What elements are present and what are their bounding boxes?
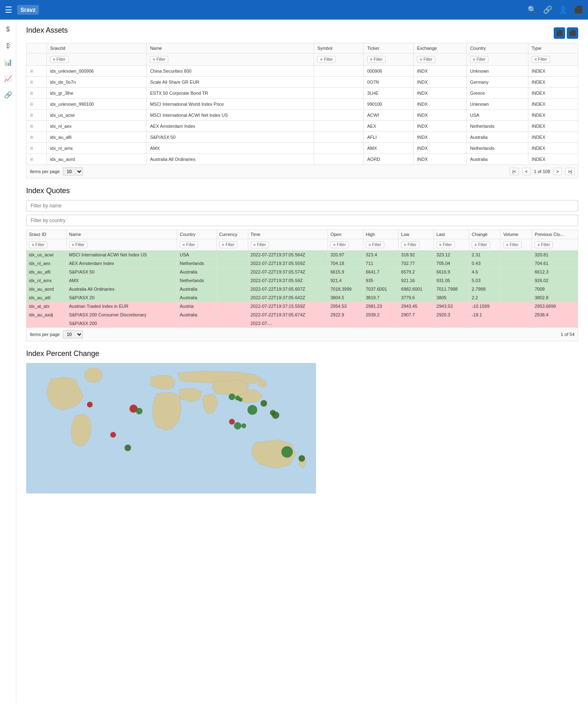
row-name: MSCI International ACWI Net Index US	[147, 110, 314, 121]
assets-table-body: ≡ idx_unknown_000906 China Securities 80…	[27, 66, 578, 165]
index-quotes-title: Index Quotes	[26, 187, 578, 195]
assets-prev-page-btn[interactable]: <	[522, 168, 530, 175]
qrow-country: Australia	[177, 268, 216, 276]
filter-by-country-input[interactable]	[26, 215, 578, 226]
qrow-open: 320.97	[328, 251, 363, 259]
row-country: Germany	[467, 77, 528, 88]
qrow-country: Australia	[177, 311, 216, 319]
qrow-low: 6579.2	[399, 268, 434, 276]
sidebar-item-dollar[interactable]: $	[2, 23, 15, 36]
row-name: S&P/ASX 50	[147, 132, 314, 143]
qrow-high: 2981.23	[363, 302, 399, 311]
qfilter-change-btn[interactable]: ≡ Filter	[472, 241, 490, 248]
qrow-currency	[216, 251, 248, 259]
map-dot	[281, 446, 293, 458]
index-assets-title: Index Assets	[26, 26, 68, 35]
row-symbol	[314, 154, 364, 165]
sidebar-item-chart[interactable]: 📊	[2, 56, 15, 69]
qrow-open: 921.4	[328, 276, 363, 285]
filter-ticker-btn[interactable]: ≡ Filter	[367, 56, 385, 63]
sidebar-item-link[interactable]: 🔗	[2, 88, 15, 101]
qrow-time: 2022-07-22T19:37:05.674Z	[248, 311, 328, 319]
account-icon[interactable]: 👤	[559, 5, 568, 14]
filter-country-btn[interactable]: ≡ Filter	[470, 56, 488, 63]
row-name: MSCI International World Index Price	[147, 99, 314, 110]
qrow-name: Austrian Traded Index in EUR	[66, 302, 177, 311]
qrow-sravzid: idx_at_atx	[27, 302, 67, 311]
qrow-currency	[216, 276, 248, 285]
menu-icon[interactable]: ☰	[5, 5, 12, 15]
qrow-sravzid	[27, 319, 67, 328]
qcol-volume: Volume	[501, 230, 532, 239]
qrow-low: 6982.6001	[399, 285, 434, 294]
qcol-last: Last	[434, 230, 469, 239]
assets-items-per-page-select[interactable]: 102550100	[63, 167, 83, 176]
row-ticker: AFLI	[364, 132, 414, 143]
row-type: INDEX	[528, 77, 578, 88]
sidebar-item-bitcoin[interactable]: ₿	[2, 39, 15, 52]
qrow-name: S&P/ASX 20	[66, 294, 177, 302]
qfilter-name-btn[interactable]: ≡ Filter	[69, 241, 87, 248]
qfilter-country-btn[interactable]: ≡ Filter	[180, 241, 198, 248]
row-type: INDEX	[528, 143, 578, 154]
qfilter-volume-btn[interactable]: ≡ Filter	[503, 241, 521, 248]
logout-icon[interactable]: ⬛	[574, 5, 583, 14]
qrow-open: 3804.5	[328, 294, 363, 302]
assets-next-page-btn[interactable]: >	[553, 168, 561, 175]
row-ticker: AEX	[364, 121, 414, 132]
row-exchange: INDX	[414, 154, 467, 165]
filter-ticker-cell: ≡ Filter	[364, 53, 414, 66]
qrow-prev-close: 926.02	[532, 276, 578, 285]
row-sravzid: idx_nl_amx	[47, 143, 147, 154]
qrow-open: 2954.53	[328, 302, 363, 311]
qrow-last: 323.12	[434, 251, 469, 259]
row-exchange: INDX	[414, 88, 467, 99]
index-assets-icon2[interactable]: ⬛	[567, 27, 578, 39]
table-row: S&P/ASX 200 2022-07-...	[27, 319, 578, 328]
qfilter-prev-close-btn[interactable]: ≡ Filter	[535, 241, 553, 248]
qrow-volume	[501, 268, 532, 276]
row-icon-cell: ≡	[27, 77, 47, 88]
share-icon[interactable]: 🔗	[543, 5, 552, 14]
quotes-items-per-page-select[interactable]: 102550100	[63, 330, 83, 338]
row-icon: ≡	[30, 134, 33, 140]
qfilter-last-btn[interactable]: ≡ Filter	[437, 241, 455, 248]
row-icon: ≡	[30, 156, 33, 162]
filter-exchange-btn[interactable]: ≡ Filter	[417, 56, 435, 63]
row-type: INDEX	[528, 154, 578, 165]
table-row: ≡ idx_nl_amx AMX AMX INDX Netherlands IN…	[27, 143, 578, 154]
sidebar-item-bar[interactable]: 📈	[2, 72, 15, 85]
qcol-change: Change	[469, 230, 501, 239]
filter-sravzid-btn[interactable]: ≡ Filter	[50, 56, 69, 63]
qrow-volume	[501, 319, 532, 328]
search-icon[interactable]: 🔍	[528, 5, 537, 14]
assets-first-page-btn[interactable]: |<	[510, 168, 519, 175]
filter-type-btn[interactable]: ≡ Filter	[532, 56, 550, 63]
qrow-open: 704.18	[328, 259, 363, 268]
nav-left: ☰ Sravz	[5, 5, 39, 15]
filter-name-btn[interactable]: ≡ Filter	[150, 56, 168, 63]
qrow-open: 7018.3999	[328, 285, 363, 294]
table-row: ≡ idx_au_aord Australia All Ordinaries A…	[27, 154, 578, 165]
row-symbol	[314, 66, 364, 77]
index-assets-icon1[interactable]: ⬛	[554, 27, 565, 39]
sidebar: $ ₿ 📊 📈 🔗	[0, 20, 16, 703]
qrow-open: 6615.9	[328, 268, 363, 276]
row-icon-cell: ≡	[27, 121, 47, 132]
map-dot	[261, 400, 267, 407]
qfilter-currency-btn[interactable]: ≡ Filter	[219, 241, 238, 248]
row-icon-cell: ≡	[27, 66, 47, 77]
qfilter-low-btn[interactable]: ≡ Filter	[401, 241, 419, 248]
qfilter-high-btn[interactable]: ≡ Filter	[366, 241, 384, 248]
filter-symbol-btn[interactable]: ≡ Filter	[317, 56, 336, 63]
qcol-time: Time	[248, 230, 328, 239]
qfilter-open-btn[interactable]: ≡ Filter	[330, 241, 349, 248]
qfilter-sravzid-btn[interactable]: ≡ Filter	[29, 241, 47, 248]
qfilter-time-btn[interactable]: ≡ Filter	[251, 241, 269, 248]
assets-last-page-btn[interactable]: >|	[565, 168, 575, 175]
quotes-pagination: Items per page 102550100 1 of 54	[26, 328, 578, 341]
qcol-country: Country	[177, 230, 216, 239]
table-row: ≡ idx_us_acwi MSCI International ACWI Ne…	[27, 110, 578, 121]
filter-by-name-input[interactable]	[26, 200, 578, 211]
qrow-time: 2022-07-22T19:37:15.559Z	[248, 302, 328, 311]
